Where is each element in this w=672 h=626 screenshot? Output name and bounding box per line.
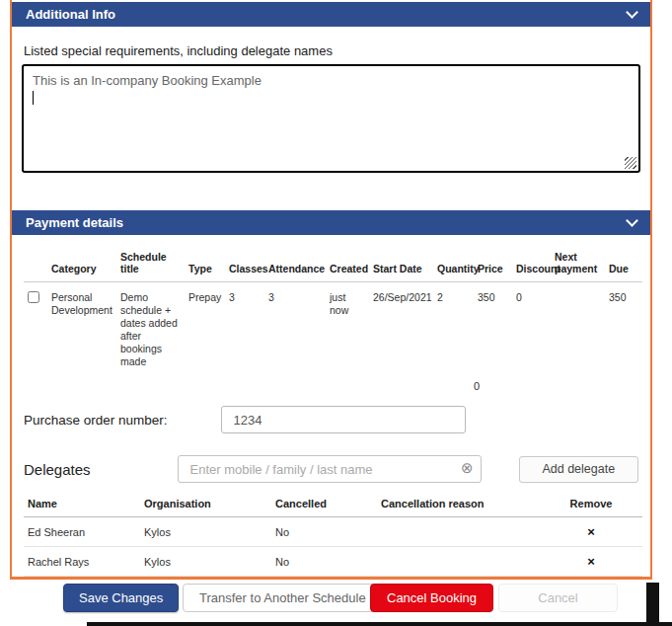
col-price: Price [474, 245, 512, 282]
additional-info-title: Additional Info [26, 7, 115, 22]
cell-name: Ed Sheeran [24, 517, 140, 547]
cancel-booking-button[interactable]: Cancel Booking [370, 584, 493, 612]
delegates-title: Delegates [24, 461, 91, 478]
cell-organisation: Kylos [140, 547, 271, 577]
cell-cancellation-reason [377, 517, 540, 547]
delegates-table: Name Organisation Cancelled Cancellation… [24, 493, 642, 577]
discount-total: 0 [474, 380, 638, 392]
cell-name: Rachel Rays [24, 547, 140, 577]
col-due: Due [605, 245, 642, 282]
chevron-down-icon[interactable] [626, 214, 638, 227]
cell-category: Personal Development [47, 282, 116, 373]
select-column-header [24, 245, 47, 282]
special-requirements-text: This is an In-company Booking Example [33, 73, 261, 88]
col-attendance: Attendance [264, 245, 326, 282]
col-cancelled: Cancelled [271, 493, 377, 517]
cell-type: Prepay [185, 282, 225, 373]
add-delegate-button[interactable]: Add delegate [519, 456, 638, 483]
col-category: Category [47, 245, 116, 282]
payment-table: Category Schedule title Type Classes Att… [24, 245, 642, 372]
payment-table-header-row: Category Schedule title Type Classes Att… [24, 245, 642, 282]
col-cancellation-reason: Cancellation reason [377, 493, 540, 517]
purchase-order-label: Purchase order number: [24, 413, 168, 428]
col-start-date: Start Date [369, 245, 433, 282]
delegate-row: Ed Sheeran Kylos No × [24, 517, 642, 547]
save-changes-button[interactable]: Save Changes [63, 584, 179, 612]
clear-search-icon[interactable]: ⊗ [461, 460, 474, 475]
remove-delegate-button[interactable]: × [587, 525, 595, 538]
cell-organisation: Kylos [140, 517, 271, 547]
col-remove: Remove [540, 493, 642, 517]
col-name: Name [24, 493, 140, 517]
cell-discount: 0 [512, 282, 551, 373]
delegate-search-input[interactable] [178, 455, 482, 483]
remove-delegate-button[interactable]: × [587, 555, 595, 568]
cell-created: just now [326, 282, 369, 373]
cell-next-payment [551, 282, 605, 373]
cell-cancelled: No [271, 547, 377, 577]
special-requirements-textarea[interactable]: This is an In-company Booking Example [22, 64, 640, 173]
col-organisation: Organisation [140, 493, 271, 517]
payment-row: Personal Development Demo schedule + dat… [24, 282, 642, 373]
cell-attendance: 3 [264, 282, 326, 373]
cell-schedule-title: Demo schedule + dates added after bookin… [116, 282, 185, 373]
cell-start-date: 26/Sep/2021 [369, 282, 433, 373]
cell-cancellation-reason [377, 547, 540, 577]
cell-quantity: 2 [433, 282, 474, 373]
additional-info-header[interactable]: Additional Info [12, 2, 650, 27]
cell-cancelled: No [271, 517, 377, 547]
delegate-row: Rachel Rays Kylos No × [24, 547, 642, 577]
col-quantity: Quantity [433, 245, 474, 282]
col-type: Type [185, 245, 225, 282]
col-schedule-title: Schedule title [116, 245, 185, 282]
booking-edit-panel: Additional Info Listed special requireme… [10, 0, 652, 580]
special-requirements-label: Listed special requirements, including d… [24, 43, 650, 58]
col-discount: Discount [512, 245, 551, 282]
text-caret [33, 91, 34, 105]
transfer-schedule-button[interactable]: Transfer to Another Schedule [183, 584, 383, 612]
payment-details-title: Payment details [26, 215, 123, 230]
col-next-payment: Next payment [551, 245, 605, 282]
chevron-down-icon[interactable] [626, 6, 638, 19]
cell-price: 350 [474, 282, 512, 373]
cell-due: 350 [605, 282, 642, 373]
delegates-header-row: Name Organisation Cancelled Cancellation… [24, 493, 642, 517]
payment-details-header[interactable]: Payment details [12, 210, 650, 235]
vertical-scrollbar-thumb[interactable] [646, 583, 659, 626]
resize-handle[interactable] [625, 157, 636, 169]
cell-classes: 3 [225, 282, 264, 373]
col-classes: Classes [225, 245, 264, 282]
cancel-button[interactable]: Cancel [498, 584, 618, 612]
col-created: Created [326, 245, 369, 282]
row-select-checkbox[interactable] [28, 291, 39, 303]
purchase-order-input[interactable] [221, 406, 466, 433]
window-bottom-edge [87, 622, 672, 626]
